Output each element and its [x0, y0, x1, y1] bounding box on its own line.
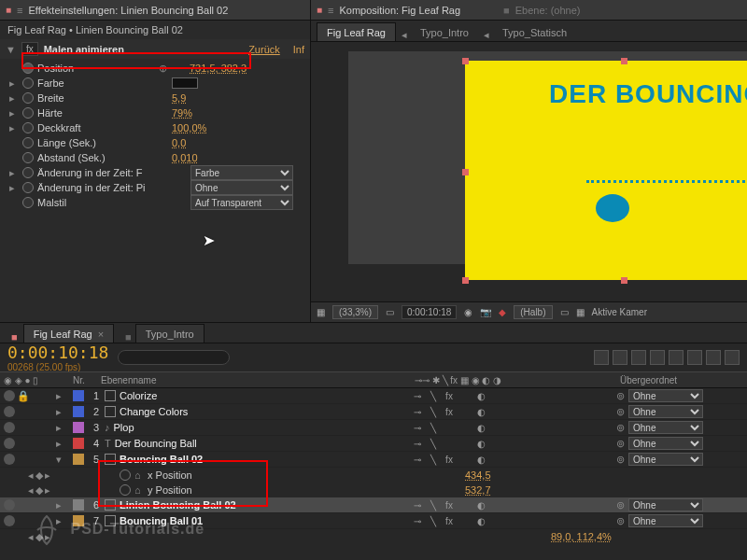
layer-row[interactable]: ▾5Bouncing Ball 02⊸╲fx◐⊚Ohne	[0, 452, 747, 468]
twirl-icon[interactable]: ▸	[56, 499, 69, 511]
fx-badge[interactable]: fx	[21, 42, 38, 56]
search-input[interactable]	[118, 350, 230, 365]
timeline-tab-typo-intro[interactable]: Typo_Intro	[135, 324, 204, 343]
stopwatch-icon[interactable]	[22, 107, 34, 119]
layer-name[interactable]: Bouncing Ball 01	[120, 515, 411, 526]
parent-select[interactable]: Ohne	[628, 389, 703, 402]
visibility-icon[interactable]	[4, 499, 15, 511]
label-color[interactable]	[73, 390, 84, 401]
lock-icon[interactable]: ■	[6, 331, 23, 343]
zoom-dropdown[interactable]: (33,3%)	[332, 305, 378, 319]
tl-btn[interactable]	[594, 350, 609, 365]
pickwhip-icon[interactable]: ⊚	[616, 422, 625, 434]
prop-value[interactable]: 0,010	[172, 152, 198, 163]
comp-canvas[interactable]: DER BOUNCING BALL	[465, 61, 747, 280]
graph-icon[interactable]: ⌂	[134, 484, 148, 496]
selection-handle[interactable]	[621, 58, 627, 64]
layer-name[interactable]: Colorize	[120, 390, 411, 401]
parent-select[interactable]: Ohne	[628, 421, 703, 434]
pickwhip-icon[interactable]: ⊚	[616, 499, 625, 511]
layer-switches[interactable]: ⊸╲◐	[411, 423, 616, 433]
key-icon[interactable]: ◆	[35, 484, 43, 497]
prop-value[interactable]: 0,0	[172, 137, 186, 148]
channel-icon[interactable]: ◆	[499, 307, 506, 317]
visibility-icon[interactable]	[4, 406, 15, 417]
prop-value[interactable]: 100,0%	[172, 122, 206, 133]
tl-btn[interactable]	[631, 350, 646, 365]
layer-row[interactable]: ▸6Linien Bouncing Ball 02⊸╲fx◐⊚Ohne	[0, 497, 747, 513]
stopwatch-icon[interactable]	[22, 63, 34, 74]
stopwatch-icon[interactable]	[22, 137, 34, 148]
tl-btn[interactable]	[706, 350, 721, 365]
twirl-icon[interactable]: ▸	[9, 122, 19, 134]
tl-btn[interactable]	[725, 350, 740, 365]
layer-row[interactable]: ▸7Bouncing Ball 01⊸╲fx◐⊚Ohne	[0, 513, 747, 529]
twirl-icon[interactable]: ▸	[9, 92, 19, 105]
twirl-icon[interactable]: ▸	[9, 167, 19, 179]
comp-viewer[interactable]: DER BOUNCING BALL	[311, 42, 747, 301]
layer-switches[interactable]: ⊸╲fx◐	[411, 407, 616, 417]
twirl-icon[interactable]: ▸	[9, 107, 19, 119]
next-key-icon[interactable]: ▸	[45, 484, 50, 497]
aenderung-f-select[interactable]: Farbe	[190, 165, 293, 180]
parent-select[interactable]: Ohne	[628, 405, 703, 418]
reset-button[interactable]: Zurück	[248, 44, 280, 55]
layer-row[interactable]: ▸2Change Colors⊸╲fx◐⊚Ohne	[0, 404, 747, 420]
layer-switches[interactable]: ⊸╲fx◐	[411, 516, 616, 526]
toggle-icon[interactable]: ▦	[576, 307, 585, 317]
visibility-icon[interactable]	[4, 515, 15, 526]
tab-fig-leaf-rag[interactable]: Fig Leaf Rag	[317, 22, 396, 41]
layer-name[interactable]: Change Colors	[120, 406, 411, 417]
stopwatch-icon[interactable]	[22, 182, 34, 193]
close-icon[interactable]: ×	[98, 329, 104, 340]
label-color[interactable]	[73, 438, 84, 449]
layer-row[interactable]: ▸3♪Plop⊸╲◐⊚Ohne	[0, 420, 747, 436]
layer-switches[interactable]: ⊸╲◐	[411, 439, 616, 449]
twirl-icon[interactable]: ▸	[9, 77, 19, 90]
pickwhip-icon[interactable]: ⊚	[616, 454, 625, 466]
color-swatch[interactable]	[172, 77, 198, 89]
label-color[interactable]	[73, 515, 84, 526]
layer-row[interactable]: ▸4TDer Bouncing Ball⊸╲◐⊚Ohne	[0, 436, 747, 452]
target-icon[interactable]: ⊕	[159, 63, 167, 75]
layer-name[interactable]: Linien Bouncing Ball 02	[120, 499, 411, 511]
tl-btn[interactable]	[669, 350, 684, 365]
current-timecode[interactable]: 0:00:10:18	[7, 343, 108, 362]
stopwatch-icon[interactable]	[120, 484, 131, 496]
layer-name[interactable]: Plop	[114, 422, 412, 433]
stopwatch-icon[interactable]	[22, 122, 34, 133]
label-color[interactable]	[73, 454, 84, 465]
label-color[interactable]	[73, 406, 84, 417]
pickwhip-icon[interactable]: ⊚	[616, 515, 625, 527]
prev-key-icon[interactable]: ◂	[28, 469, 34, 482]
tl-btn[interactable]	[687, 350, 702, 365]
layer-name[interactable]: Der Bouncing Ball	[115, 438, 411, 449]
col-parent[interactable]: Übergeordnet	[616, 375, 747, 385]
solo-lock-icon[interactable]: 🔒	[17, 390, 30, 402]
snapshot-icon[interactable]: 📷	[480, 307, 491, 317]
tab-nav-left-icon[interactable]: ◂	[480, 29, 493, 41]
menu-icon[interactable]: ≡	[17, 5, 22, 16]
active-camera-label[interactable]: Aktive Kamer	[592, 307, 647, 317]
twirl-icon[interactable]: ▾	[56, 454, 69, 466]
tab-typo-intro[interactable]: Typo_Intro	[411, 23, 478, 41]
view-icon[interactable]: ▭	[560, 307, 569, 317]
selection-handle[interactable]	[621, 277, 627, 284]
timeline-tab-fig-leaf-rag[interactable]: Fig Leaf Rag×	[23, 324, 114, 343]
grid-icon[interactable]: ▦	[317, 307, 325, 317]
info-link[interactable]: Inf	[293, 44, 304, 55]
key-icon[interactable]: ◆	[35, 469, 43, 482]
twirl-icon[interactable]: ▸	[56, 438, 69, 450]
label-color[interactable]	[73, 422, 84, 433]
visibility-icon[interactable]	[4, 390, 15, 401]
tl-btn[interactable]	[613, 350, 627, 365]
selection-handle[interactable]	[462, 169, 469, 175]
prop-value[interactable]: 79%	[172, 107, 192, 119]
pickwhip-icon[interactable]: ⊚	[616, 406, 625, 418]
twirl-icon[interactable]: ▸	[56, 390, 69, 402]
col-visibility[interactable]: ◉ ◈ ● ▯	[0, 375, 56, 385]
malstil-select[interactable]: Auf Transparent	[190, 195, 293, 210]
pickwhip-icon[interactable]: ⊚	[616, 390, 625, 402]
prop-value[interactable]: 5,9	[172, 92, 186, 104]
visibility-icon[interactable]	[4, 454, 15, 465]
